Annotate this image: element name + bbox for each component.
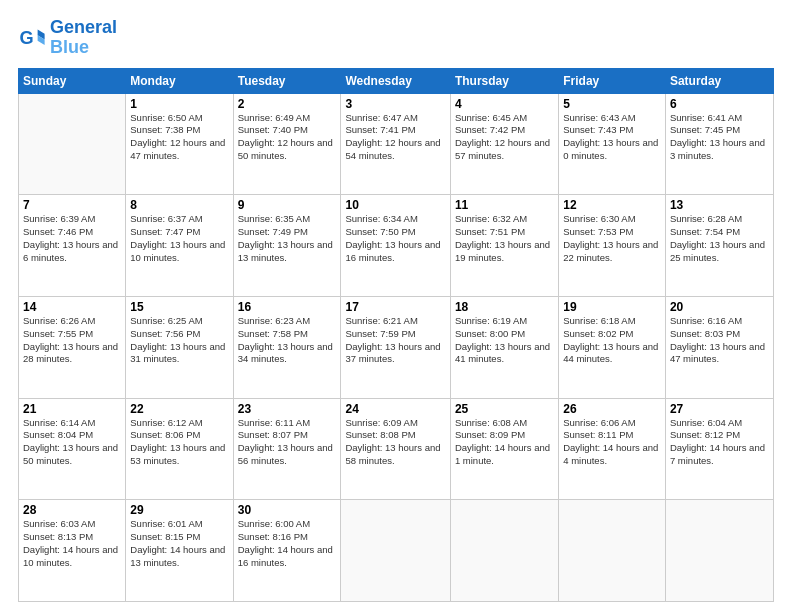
day-number: 17 xyxy=(345,300,445,314)
day-info: Sunrise: 6:41 AMSunset: 7:45 PMDaylight:… xyxy=(670,112,769,163)
calendar-cell: 7Sunrise: 6:39 AMSunset: 7:46 PMDaylight… xyxy=(19,195,126,297)
day-number: 26 xyxy=(563,402,661,416)
calendar-cell: 3Sunrise: 6:47 AMSunset: 7:41 PMDaylight… xyxy=(341,93,450,195)
calendar-cell: 9Sunrise: 6:35 AMSunset: 7:49 PMDaylight… xyxy=(233,195,341,297)
day-number: 8 xyxy=(130,198,228,212)
calendar-cell: 15Sunrise: 6:25 AMSunset: 7:56 PMDayligh… xyxy=(126,296,233,398)
calendar-cell: 4Sunrise: 6:45 AMSunset: 7:42 PMDaylight… xyxy=(450,93,558,195)
day-number: 22 xyxy=(130,402,228,416)
calendar-header-row: SundayMondayTuesdayWednesdayThursdayFrid… xyxy=(19,68,774,93)
calendar-cell: 13Sunrise: 6:28 AMSunset: 7:54 PMDayligh… xyxy=(665,195,773,297)
calendar-cell: 29Sunrise: 6:01 AMSunset: 8:15 PMDayligh… xyxy=(126,500,233,602)
day-number: 15 xyxy=(130,300,228,314)
calendar-day-header: Wednesday xyxy=(341,68,450,93)
calendar-cell: 18Sunrise: 6:19 AMSunset: 8:00 PMDayligh… xyxy=(450,296,558,398)
day-number: 9 xyxy=(238,198,337,212)
calendar-cell: 12Sunrise: 6:30 AMSunset: 7:53 PMDayligh… xyxy=(559,195,666,297)
calendar-day-header: Thursday xyxy=(450,68,558,93)
day-info: Sunrise: 6:16 AMSunset: 8:03 PMDaylight:… xyxy=(670,315,769,366)
day-number: 4 xyxy=(455,97,554,111)
day-number: 11 xyxy=(455,198,554,212)
day-info: Sunrise: 6:08 AMSunset: 8:09 PMDaylight:… xyxy=(455,417,554,468)
calendar-cell: 17Sunrise: 6:21 AMSunset: 7:59 PMDayligh… xyxy=(341,296,450,398)
calendar-cell: 19Sunrise: 6:18 AMSunset: 8:02 PMDayligh… xyxy=(559,296,666,398)
calendar-cell: 22Sunrise: 6:12 AMSunset: 8:06 PMDayligh… xyxy=(126,398,233,500)
page: G General Blue SundayMondayTuesdayWednes… xyxy=(0,0,792,612)
calendar-cell: 23Sunrise: 6:11 AMSunset: 8:07 PMDayligh… xyxy=(233,398,341,500)
day-info: Sunrise: 6:50 AMSunset: 7:38 PMDaylight:… xyxy=(130,112,228,163)
calendar-cell: 25Sunrise: 6:08 AMSunset: 8:09 PMDayligh… xyxy=(450,398,558,500)
day-info: Sunrise: 6:00 AMSunset: 8:16 PMDaylight:… xyxy=(238,518,337,569)
calendar-week-row: 14Sunrise: 6:26 AMSunset: 7:55 PMDayligh… xyxy=(19,296,774,398)
calendar-cell: 24Sunrise: 6:09 AMSunset: 8:08 PMDayligh… xyxy=(341,398,450,500)
day-info: Sunrise: 6:01 AMSunset: 8:15 PMDaylight:… xyxy=(130,518,228,569)
calendar-week-row: 21Sunrise: 6:14 AMSunset: 8:04 PMDayligh… xyxy=(19,398,774,500)
calendar-cell: 16Sunrise: 6:23 AMSunset: 7:58 PMDayligh… xyxy=(233,296,341,398)
calendar-cell: 6Sunrise: 6:41 AMSunset: 7:45 PMDaylight… xyxy=(665,93,773,195)
calendar-day-header: Friday xyxy=(559,68,666,93)
day-info: Sunrise: 6:43 AMSunset: 7:43 PMDaylight:… xyxy=(563,112,661,163)
calendar-cell: 1Sunrise: 6:50 AMSunset: 7:38 PMDaylight… xyxy=(126,93,233,195)
calendar-table: SundayMondayTuesdayWednesdayThursdayFrid… xyxy=(18,68,774,602)
day-info: Sunrise: 6:06 AMSunset: 8:11 PMDaylight:… xyxy=(563,417,661,468)
calendar-week-row: 1Sunrise: 6:50 AMSunset: 7:38 PMDaylight… xyxy=(19,93,774,195)
day-number: 14 xyxy=(23,300,121,314)
calendar-cell: 20Sunrise: 6:16 AMSunset: 8:03 PMDayligh… xyxy=(665,296,773,398)
day-info: Sunrise: 6:32 AMSunset: 7:51 PMDaylight:… xyxy=(455,213,554,264)
calendar-cell: 10Sunrise: 6:34 AMSunset: 7:50 PMDayligh… xyxy=(341,195,450,297)
calendar-cell: 30Sunrise: 6:00 AMSunset: 8:16 PMDayligh… xyxy=(233,500,341,602)
calendar-cell: 11Sunrise: 6:32 AMSunset: 7:51 PMDayligh… xyxy=(450,195,558,297)
header: G General Blue xyxy=(18,18,774,58)
day-info: Sunrise: 6:49 AMSunset: 7:40 PMDaylight:… xyxy=(238,112,337,163)
day-info: Sunrise: 6:23 AMSunset: 7:58 PMDaylight:… xyxy=(238,315,337,366)
day-info: Sunrise: 6:11 AMSunset: 8:07 PMDaylight:… xyxy=(238,417,337,468)
calendar-day-header: Saturday xyxy=(665,68,773,93)
day-info: Sunrise: 6:26 AMSunset: 7:55 PMDaylight:… xyxy=(23,315,121,366)
calendar-cell xyxy=(19,93,126,195)
day-number: 18 xyxy=(455,300,554,314)
day-info: Sunrise: 6:45 AMSunset: 7:42 PMDaylight:… xyxy=(455,112,554,163)
day-info: Sunrise: 6:12 AMSunset: 8:06 PMDaylight:… xyxy=(130,417,228,468)
day-number: 21 xyxy=(23,402,121,416)
day-info: Sunrise: 6:47 AMSunset: 7:41 PMDaylight:… xyxy=(345,112,445,163)
day-info: Sunrise: 6:18 AMSunset: 8:02 PMDaylight:… xyxy=(563,315,661,366)
logo-icon: G xyxy=(18,24,46,52)
calendar-cell: 5Sunrise: 6:43 AMSunset: 7:43 PMDaylight… xyxy=(559,93,666,195)
calendar-cell xyxy=(341,500,450,602)
day-number: 19 xyxy=(563,300,661,314)
day-number: 25 xyxy=(455,402,554,416)
day-number: 10 xyxy=(345,198,445,212)
svg-text:G: G xyxy=(19,27,33,47)
calendar-cell: 26Sunrise: 6:06 AMSunset: 8:11 PMDayligh… xyxy=(559,398,666,500)
day-number: 23 xyxy=(238,402,337,416)
calendar-cell: 2Sunrise: 6:49 AMSunset: 7:40 PMDaylight… xyxy=(233,93,341,195)
day-number: 12 xyxy=(563,198,661,212)
logo-text: General Blue xyxy=(50,18,117,58)
calendar-day-header: Monday xyxy=(126,68,233,93)
day-number: 5 xyxy=(563,97,661,111)
day-info: Sunrise: 6:14 AMSunset: 8:04 PMDaylight:… xyxy=(23,417,121,468)
logo: G General Blue xyxy=(18,18,117,58)
calendar-cell: 21Sunrise: 6:14 AMSunset: 8:04 PMDayligh… xyxy=(19,398,126,500)
calendar-cell: 14Sunrise: 6:26 AMSunset: 7:55 PMDayligh… xyxy=(19,296,126,398)
day-info: Sunrise: 6:04 AMSunset: 8:12 PMDaylight:… xyxy=(670,417,769,468)
day-number: 20 xyxy=(670,300,769,314)
day-info: Sunrise: 6:19 AMSunset: 8:00 PMDaylight:… xyxy=(455,315,554,366)
day-number: 1 xyxy=(130,97,228,111)
day-number: 29 xyxy=(130,503,228,517)
day-number: 2 xyxy=(238,97,337,111)
calendar-day-header: Tuesday xyxy=(233,68,341,93)
day-info: Sunrise: 6:35 AMSunset: 7:49 PMDaylight:… xyxy=(238,213,337,264)
day-info: Sunrise: 6:21 AMSunset: 7:59 PMDaylight:… xyxy=(345,315,445,366)
day-number: 3 xyxy=(345,97,445,111)
calendar-cell: 8Sunrise: 6:37 AMSunset: 7:47 PMDaylight… xyxy=(126,195,233,297)
calendar-cell xyxy=(450,500,558,602)
day-number: 24 xyxy=(345,402,445,416)
day-number: 6 xyxy=(670,97,769,111)
calendar-cell: 27Sunrise: 6:04 AMSunset: 8:12 PMDayligh… xyxy=(665,398,773,500)
day-number: 28 xyxy=(23,503,121,517)
day-info: Sunrise: 6:03 AMSunset: 8:13 PMDaylight:… xyxy=(23,518,121,569)
day-number: 7 xyxy=(23,198,121,212)
calendar-week-row: 7Sunrise: 6:39 AMSunset: 7:46 PMDaylight… xyxy=(19,195,774,297)
day-info: Sunrise: 6:39 AMSunset: 7:46 PMDaylight:… xyxy=(23,213,121,264)
